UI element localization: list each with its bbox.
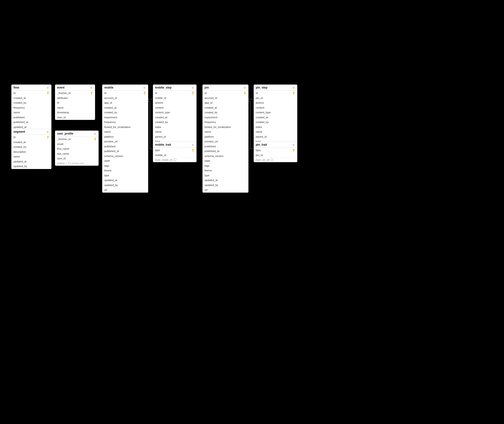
table-row: experiment [102,115,148,120]
table-event-icon: ⊞ [90,86,93,89]
table-row: name [55,105,95,110]
table-row: description [12,150,51,154]
table-row: published_at [102,149,148,154]
table-mobile-icon: ⊞ [143,86,146,89]
table-pin-header: pin ⊞ [203,85,248,91]
table-mobile-trait-title: mobile_trait [155,143,171,146]
table-flow-icon: ⊞ [46,86,49,89]
table-mobile-trait-footer: (type, mobile_id) i [153,157,196,162]
table-row: _fivetran_id 🔑 [55,91,95,96]
table-row: parent_id [153,134,196,139]
table-pin-step-header: pin_step ⊞ [254,85,297,91]
table-row: mobile_id [153,96,196,100]
table-pin-trait-icon: ⊞ [292,143,295,146]
table-flow: flow ⊞ id 🔑 created_at created_by freque… [11,85,51,135]
table-row: frequency [203,120,248,125]
table-row: published [203,144,248,149]
table-row: created_at [254,115,297,120]
table-row: id 🔑 [102,91,148,96]
table-user-profile-footer: custom_* i Multiple fields [55,161,98,166]
table-segment-icon: ⊞ [46,130,49,133]
table-flow-title: flow [13,86,19,89]
table-mobile-step-title: mobile_step [155,86,172,89]
table-row: content_type [153,110,196,115]
table-row: locked_for_localization [203,125,248,130]
table-row: tags [203,163,248,168]
table-row: name [12,110,51,115]
table-row: created_by [12,144,51,150]
table-row: pin_id [254,153,297,158]
table-row: id 🔑 [254,91,297,96]
table-row: type 🔑 [153,148,196,153]
table-pin-title: pin [205,86,209,89]
table-row: name [12,154,51,159]
table-row: content [153,105,196,110]
table-row: schema_version [102,154,148,159]
table-row: updated_by [12,164,51,169]
info-icon: i [173,158,176,161]
table-row: _fivetran_id 🔑 [55,137,98,142]
table-pin-icon: ⊞ [243,86,246,89]
table-row: parent_id [254,134,297,139]
table-row: name [254,129,297,134]
table-mobile-title: mobile [104,86,113,89]
table-mobile-step-icon: ⊞ [191,86,194,89]
connector-lines [0,0,504,424]
table-row: name [203,129,248,134]
table-row: type [203,173,248,178]
table-segment-title: segment [13,130,25,133]
table-user-profile-title: user_profile [57,132,73,135]
table-row: preview_url [102,139,148,144]
table-row: user_id [55,156,98,161]
table-row: created_at [153,115,196,120]
table-row: type [102,173,148,178]
table-mobile-trait: mobile_trait ⊞ type 🔑 mobile_id (type, m… [153,142,197,162]
table-row: id 🔑 [153,91,196,96]
table-row: updated_at [102,178,148,183]
table-row: id 🔑 [203,91,248,96]
table-row: experiment [203,115,248,120]
table-row: frequency [12,105,51,110]
table-pin-trait-footer: (type, pin_id) i [254,157,297,162]
table-row: updated_by [102,183,148,188]
table-row: state [102,158,148,163]
table-row: actions [254,100,297,105]
table-user-profile-icon: ⊞ [93,132,97,135]
table-pin: pin ⊞ id 🔑 account_id app_id created_at … [203,85,248,193]
table-row: index [153,125,196,130]
table-row: account_id [203,96,248,100]
table-row: created_by [12,100,51,105]
table-row: index [254,125,297,130]
table-row: updated_at [203,178,248,183]
table-row: created_by [102,110,148,115]
table-row: timestamp [55,110,95,115]
table-row: schema_version [203,154,248,159]
table-row: locked_for_localization [102,125,148,130]
table-flow-header: flow ⊞ [12,85,51,91]
table-row: published_at [12,120,51,125]
table-row: created_by [153,120,196,125]
table-row: created_at [12,140,51,145]
table-row: updated_at [12,159,51,164]
table-event: event ⊞ _fivetran_id 🔑 attributes id nam… [55,85,95,120]
table-segment-header: segment ⊞ [12,129,51,135]
table-row: id 🔑 [12,91,51,96]
table-row: created_at [203,105,248,110]
table-row: published [12,115,51,120]
table-row: updated_by [203,183,248,188]
table-row: id 🔑 [12,135,51,140]
table-row: app_id [102,100,148,105]
table-row: first_name [55,146,98,151]
table-segment: segment ⊞ id 🔑 created_at created_by des… [11,129,51,169]
table-mobile-header: mobile ⊞ [102,85,148,91]
table-row: state [203,158,248,163]
table-mobile: mobile ⊞ id 🔑 account_id app_id created_… [102,85,148,193]
table-row: name [102,129,148,134]
table-row: url [102,187,148,192]
table-pin-trait-title: pin_trait [256,143,267,146]
table-row: created_by [203,110,248,115]
table-user-profile: user_profile ⊞ _fivetran_id 🔑 email firs… [55,131,99,166]
table-pin-step-title: pin_step [256,86,267,89]
table-row: platform [203,134,248,139]
diagram-canvas: flow ⊞ id 🔑 created_at created_by freque… [0,0,504,424]
